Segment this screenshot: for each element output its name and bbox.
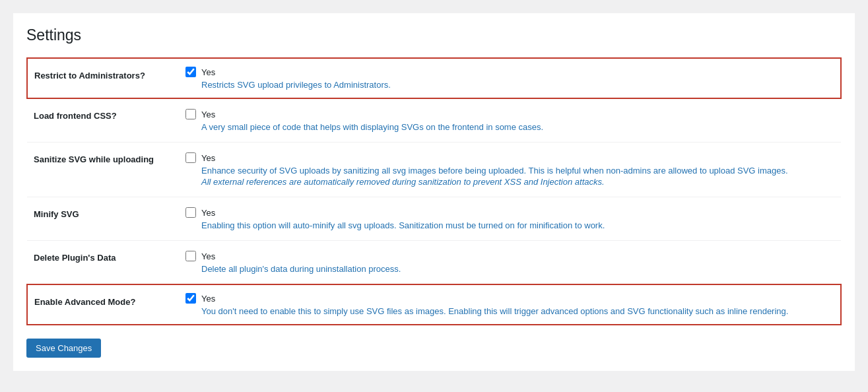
setting-value-load-frontend-css: YesA very small piece of code that helps… <box>172 98 841 143</box>
checkbox-sanitize-svg[interactable] <box>185 152 196 163</box>
yes-label-delete-plugin-data: Yes <box>201 251 215 261</box>
description-restrict-admins: Restricts SVG upload privileges to Admin… <box>201 80 834 90</box>
yes-label-enable-advanced-mode: Yes <box>201 294 215 304</box>
setting-value-restrict-admins: YesRestricts SVG upload privileges to Ad… <box>172 58 841 98</box>
settings-row-restrict-admins: Restrict to Administrators?YesRestricts … <box>27 58 841 98</box>
checkbox-enable-advanced-mode[interactable] <box>185 293 196 304</box>
description-italic-sanitize-svg: All external references are automaticall… <box>201 177 834 187</box>
setting-value-sanitize-svg: YesEnhance security of SVG uploads by sa… <box>172 143 841 197</box>
description-load-frontend-css: A very small piece of code that helps wi… <box>201 122 834 132</box>
setting-value-minify-svg: YesEnabling this option will auto-minify… <box>172 197 841 241</box>
settings-row-minify-svg: Minify SVGYesEnabling this option will a… <box>27 197 841 241</box>
settings-container: Settings Restrict to Administrators?YesR… <box>13 13 855 371</box>
description-enable-advanced-mode: You don't need to enable this to simply … <box>201 306 834 316</box>
setting-label-minify-svg: Minify SVG <box>27 197 172 241</box>
settings-row-enable-advanced-mode: Enable Advanced Mode?YesYou don't need t… <box>27 284 841 325</box>
yes-label-restrict-admins: Yes <box>201 67 215 77</box>
setting-label-restrict-admins: Restrict to Administrators? <box>27 58 172 98</box>
setting-label-delete-plugin-data: Delete Plugin's Data <box>27 241 172 285</box>
setting-label-load-frontend-css: Load frontend CSS? <box>27 98 172 143</box>
save-changes-button[interactable]: Save Changes <box>26 339 101 358</box>
checkbox-delete-plugin-data[interactable] <box>185 251 196 261</box>
checkbox-load-frontend-css[interactable] <box>185 109 196 119</box>
description-minify-svg: Enabling this option will auto-minify al… <box>201 220 834 230</box>
setting-label-sanitize-svg: Sanitize SVG while uploading <box>27 143 172 197</box>
settings-row-load-frontend-css: Load frontend CSS?YesA very small piece … <box>27 98 841 143</box>
setting-value-delete-plugin-data: YesDelete all plugin's data during unins… <box>172 241 841 285</box>
description-sanitize-svg: Enhance security of SVG uploads by sanit… <box>201 166 834 176</box>
yes-label-minify-svg: Yes <box>201 208 215 218</box>
settings-row-sanitize-svg: Sanitize SVG while uploadingYesEnhance s… <box>27 143 841 197</box>
setting-label-enable-advanced-mode: Enable Advanced Mode? <box>27 284 172 325</box>
settings-row-delete-plugin-data: Delete Plugin's DataYesDelete all plugin… <box>27 241 841 285</box>
description-delete-plugin-data: Delete all plugin's data during uninstal… <box>201 264 834 274</box>
yes-label-load-frontend-css: Yes <box>201 110 215 119</box>
checkbox-minify-svg[interactable] <box>185 207 196 218</box>
yes-label-sanitize-svg: Yes <box>201 153 215 163</box>
settings-table: Restrict to Administrators?YesRestricts … <box>26 57 842 325</box>
setting-value-enable-advanced-mode: YesYou don't need to enable this to simp… <box>172 284 841 325</box>
checkbox-restrict-admins[interactable] <box>185 67 196 77</box>
page-title: Settings <box>26 26 842 44</box>
